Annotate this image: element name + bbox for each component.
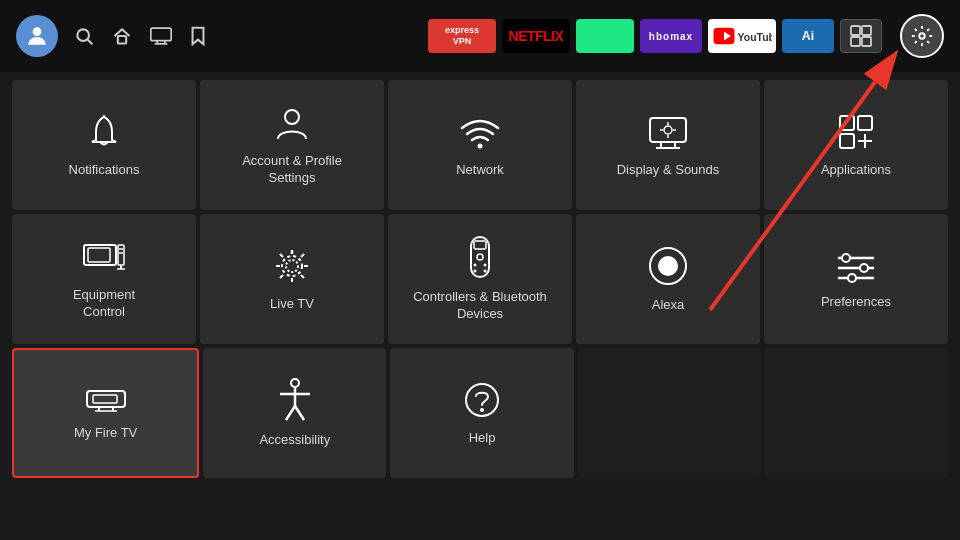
notifications-label: Notifications	[69, 162, 140, 179]
svg-point-74	[291, 379, 299, 387]
cell-controllers[interactable]: Controllers & BluetoothDevices	[388, 214, 572, 344]
svg-line-77	[286, 406, 295, 420]
header: expressVPN NETFLIX hulu hbomax YouTube A…	[0, 0, 960, 72]
sliders-icon	[836, 248, 876, 284]
svg-rect-55	[474, 241, 486, 249]
cell-applications[interactable]: Applications	[764, 80, 948, 210]
avatar[interactable]	[16, 15, 58, 57]
apps-icon	[836, 112, 876, 152]
app-all-apps[interactable]	[840, 19, 882, 53]
help-icon	[462, 380, 502, 420]
cell-preferences[interactable]: Preferences	[764, 214, 948, 344]
grid-row-3: My Fire TV Accessibility	[12, 348, 948, 478]
bookmark-icon[interactable]	[190, 26, 206, 46]
home-icon[interactable]	[112, 26, 132, 46]
tv-icon	[82, 237, 126, 277]
svg-point-60	[484, 270, 487, 273]
svg-rect-5	[118, 36, 126, 44]
app-hbomax[interactable]: hbomax	[640, 19, 702, 53]
svg-point-22	[478, 143, 483, 148]
svg-rect-6	[151, 28, 171, 41]
cell-livetv[interactable]: Live TV	[200, 214, 384, 344]
search-icon[interactable]	[74, 26, 94, 46]
svg-point-19	[919, 33, 925, 39]
svg-point-3	[77, 29, 89, 41]
cell-network[interactable]: Network	[388, 80, 572, 210]
svg-text:YouTube: YouTube	[738, 31, 773, 43]
svg-rect-32	[840, 116, 854, 130]
network-label: Network	[456, 162, 504, 179]
svg-point-62	[658, 256, 678, 276]
cell-account[interactable]: Account & ProfileSettings	[200, 80, 384, 210]
nav-icons	[74, 26, 206, 46]
svg-rect-34	[840, 134, 854, 148]
svg-point-45	[286, 260, 298, 272]
cell-notifications[interactable]: Notifications	[12, 80, 196, 210]
svg-line-78	[295, 406, 304, 420]
svg-rect-38	[88, 248, 110, 262]
svg-rect-23	[650, 118, 686, 142]
app-shortcuts: expressVPN NETFLIX hulu hbomax YouTube A…	[428, 19, 882, 53]
app-custom-shortcut[interactable]: Ai	[782, 19, 834, 53]
svg-point-68	[848, 274, 856, 282]
svg-line-53	[280, 275, 283, 278]
svg-rect-70	[93, 395, 117, 403]
svg-point-56	[477, 254, 483, 260]
display-icon	[646, 112, 690, 152]
app-expressvpn[interactable]: expressVPN	[428, 19, 496, 53]
svg-rect-39	[118, 245, 124, 265]
svg-point-57	[474, 264, 477, 267]
svg-rect-16	[862, 26, 871, 35]
svg-rect-15	[851, 26, 860, 35]
svg-rect-18	[862, 37, 871, 46]
svg-line-52	[301, 254, 304, 257]
equipment-label: EquipmentControl	[73, 287, 135, 321]
cell-accessibility[interactable]: Accessibility	[203, 348, 386, 478]
svg-point-27	[664, 126, 672, 134]
svg-line-50	[280, 254, 283, 257]
myfiretv-label: My Fire TV	[74, 425, 137, 442]
settings-button[interactable]	[900, 14, 944, 58]
grid-row-1: Notifications Account & ProfileSettings	[12, 80, 948, 210]
svg-line-4	[88, 40, 93, 45]
account-label: Account & ProfileSettings	[242, 153, 342, 187]
cell-alexa[interactable]: Alexa	[576, 214, 760, 344]
bell-icon	[84, 112, 124, 152]
app-youtube[interactable]: YouTube	[708, 19, 776, 53]
svg-point-59	[474, 270, 477, 273]
wifi-icon	[458, 112, 502, 152]
app-netflix[interactable]: NETFLIX	[502, 19, 570, 53]
cell-empty-2	[765, 348, 948, 478]
help-label: Help	[469, 430, 496, 447]
svg-point-2	[33, 27, 42, 36]
cell-myfiretv[interactable]: My Fire TV	[12, 348, 199, 478]
accessibility-label: Accessibility	[259, 432, 330, 449]
svg-point-58	[484, 264, 487, 267]
svg-point-66	[842, 254, 850, 262]
preferences-label: Preferences	[821, 294, 891, 311]
svg-point-67	[860, 264, 868, 272]
video-icon[interactable]	[150, 26, 172, 46]
person-icon	[272, 103, 312, 143]
remote-icon	[463, 235, 497, 279]
accessibility-icon	[276, 378, 314, 422]
antenna-icon	[272, 246, 312, 286]
settings-grid: Notifications Account & ProfileSettings	[0, 72, 960, 486]
cell-equipment[interactable]: EquipmentControl	[12, 214, 196, 344]
svg-line-51	[301, 275, 304, 278]
alexa-label: Alexa	[652, 297, 685, 314]
livetv-label: Live TV	[270, 296, 314, 313]
app-hulu[interactable]: hulu	[576, 19, 634, 53]
svg-point-21	[285, 110, 299, 124]
controllers-label: Controllers & BluetoothDevices	[413, 289, 547, 323]
svg-rect-17	[851, 37, 860, 46]
grid-row-2: EquipmentControl Live TV	[12, 214, 948, 344]
cell-empty-1	[578, 348, 761, 478]
svg-point-80	[480, 408, 484, 412]
svg-text:Ai: Ai	[802, 29, 814, 43]
applications-label: Applications	[821, 162, 891, 179]
cell-help[interactable]: Help	[390, 348, 573, 478]
cell-display[interactable]: Display & Sounds	[576, 80, 760, 210]
alexa-icon	[647, 245, 689, 287]
display-label: Display & Sounds	[617, 162, 720, 179]
